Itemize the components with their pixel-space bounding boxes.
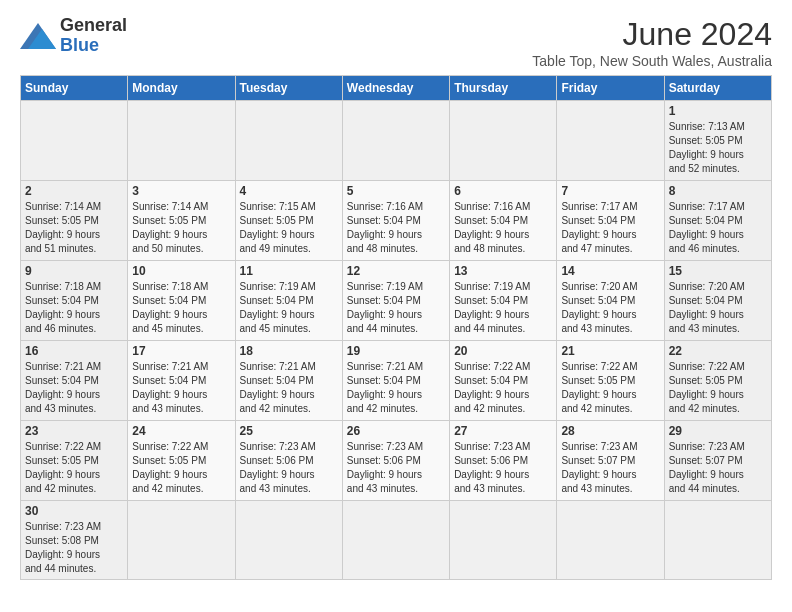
day-number: 6 (454, 184, 552, 198)
calendar-cell: 4Sunrise: 7:15 AM Sunset: 5:05 PM Daylig… (235, 181, 342, 261)
day-info: Sunrise: 7:21 AM Sunset: 5:04 PM Dayligh… (240, 360, 338, 416)
calendar-week-2: 2Sunrise: 7:14 AM Sunset: 5:05 PM Daylig… (21, 181, 772, 261)
day-info: Sunrise: 7:17 AM Sunset: 5:04 PM Dayligh… (561, 200, 659, 256)
day-info: Sunrise: 7:22 AM Sunset: 5:05 PM Dayligh… (132, 440, 230, 496)
calendar-week-6: 30Sunrise: 7:23 AM Sunset: 5:08 PM Dayli… (21, 501, 772, 580)
calendar-cell: 27Sunrise: 7:23 AM Sunset: 5:06 PM Dayli… (450, 421, 557, 501)
day-info: Sunrise: 7:23 AM Sunset: 5:06 PM Dayligh… (347, 440, 445, 496)
location-title: Table Top, New South Wales, Australia (532, 53, 772, 69)
column-header-friday: Friday (557, 76, 664, 101)
column-header-thursday: Thursday (450, 76, 557, 101)
header: GeneralBlue June 2024 Table Top, New Sou… (20, 16, 772, 69)
calendar-cell (450, 101, 557, 181)
calendar-cell: 5Sunrise: 7:16 AM Sunset: 5:04 PM Daylig… (342, 181, 449, 261)
calendar-cell: 20Sunrise: 7:22 AM Sunset: 5:04 PM Dayli… (450, 341, 557, 421)
column-header-sunday: Sunday (21, 76, 128, 101)
day-number: 18 (240, 344, 338, 358)
day-info: Sunrise: 7:21 AM Sunset: 5:04 PM Dayligh… (132, 360, 230, 416)
day-info: Sunrise: 7:23 AM Sunset: 5:07 PM Dayligh… (561, 440, 659, 496)
calendar-cell (557, 501, 664, 580)
day-number: 23 (25, 424, 123, 438)
day-info: Sunrise: 7:18 AM Sunset: 5:04 PM Dayligh… (25, 280, 123, 336)
day-number: 2 (25, 184, 123, 198)
calendar-cell (664, 501, 771, 580)
day-number: 17 (132, 344, 230, 358)
day-info: Sunrise: 7:16 AM Sunset: 5:04 PM Dayligh… (454, 200, 552, 256)
day-number: 3 (132, 184, 230, 198)
calendar-cell (235, 501, 342, 580)
calendar-week-3: 9Sunrise: 7:18 AM Sunset: 5:04 PM Daylig… (21, 261, 772, 341)
day-number: 25 (240, 424, 338, 438)
day-info: Sunrise: 7:19 AM Sunset: 5:04 PM Dayligh… (347, 280, 445, 336)
month-title: June 2024 (532, 16, 772, 53)
calendar-cell (557, 101, 664, 181)
logo-icon (20, 21, 56, 51)
day-info: Sunrise: 7:14 AM Sunset: 5:05 PM Dayligh… (25, 200, 123, 256)
day-number: 21 (561, 344, 659, 358)
day-info: Sunrise: 7:19 AM Sunset: 5:04 PM Dayligh… (240, 280, 338, 336)
calendar-week-4: 16Sunrise: 7:21 AM Sunset: 5:04 PM Dayli… (21, 341, 772, 421)
day-number: 11 (240, 264, 338, 278)
calendar-cell: 23Sunrise: 7:22 AM Sunset: 5:05 PM Dayli… (21, 421, 128, 501)
day-number: 28 (561, 424, 659, 438)
column-header-tuesday: Tuesday (235, 76, 342, 101)
day-number: 5 (347, 184, 445, 198)
calendar-cell: 12Sunrise: 7:19 AM Sunset: 5:04 PM Dayli… (342, 261, 449, 341)
calendar-cell: 6Sunrise: 7:16 AM Sunset: 5:04 PM Daylig… (450, 181, 557, 261)
calendar-cell: 29Sunrise: 7:23 AM Sunset: 5:07 PM Dayli… (664, 421, 771, 501)
calendar-cell: 10Sunrise: 7:18 AM Sunset: 5:04 PM Dayli… (128, 261, 235, 341)
calendar-table: SundayMondayTuesdayWednesdayThursdayFrid… (20, 75, 772, 580)
calendar-cell (235, 101, 342, 181)
day-number: 19 (347, 344, 445, 358)
day-info: Sunrise: 7:19 AM Sunset: 5:04 PM Dayligh… (454, 280, 552, 336)
day-info: Sunrise: 7:23 AM Sunset: 5:06 PM Dayligh… (454, 440, 552, 496)
calendar-cell: 11Sunrise: 7:19 AM Sunset: 5:04 PM Dayli… (235, 261, 342, 341)
day-number: 16 (25, 344, 123, 358)
calendar-cell (128, 501, 235, 580)
day-number: 9 (25, 264, 123, 278)
day-number: 24 (132, 424, 230, 438)
calendar-cell (128, 101, 235, 181)
day-number: 15 (669, 264, 767, 278)
day-number: 1 (669, 104, 767, 118)
day-number: 26 (347, 424, 445, 438)
logo-text: GeneralBlue (60, 16, 127, 56)
calendar-cell: 24Sunrise: 7:22 AM Sunset: 5:05 PM Dayli… (128, 421, 235, 501)
calendar-cell: 9Sunrise: 7:18 AM Sunset: 5:04 PM Daylig… (21, 261, 128, 341)
day-number: 7 (561, 184, 659, 198)
day-info: Sunrise: 7:15 AM Sunset: 5:05 PM Dayligh… (240, 200, 338, 256)
day-info: Sunrise: 7:13 AM Sunset: 5:05 PM Dayligh… (669, 120, 767, 176)
title-block: June 2024 Table Top, New South Wales, Au… (532, 16, 772, 69)
day-number: 8 (669, 184, 767, 198)
calendar-cell: 28Sunrise: 7:23 AM Sunset: 5:07 PM Dayli… (557, 421, 664, 501)
calendar-cell: 7Sunrise: 7:17 AM Sunset: 5:04 PM Daylig… (557, 181, 664, 261)
calendar-cell: 1Sunrise: 7:13 AM Sunset: 5:05 PM Daylig… (664, 101, 771, 181)
calendar-cell: 18Sunrise: 7:21 AM Sunset: 5:04 PM Dayli… (235, 341, 342, 421)
day-info: Sunrise: 7:20 AM Sunset: 5:04 PM Dayligh… (669, 280, 767, 336)
day-info: Sunrise: 7:21 AM Sunset: 5:04 PM Dayligh… (347, 360, 445, 416)
calendar-cell: 2Sunrise: 7:14 AM Sunset: 5:05 PM Daylig… (21, 181, 128, 261)
calendar-week-5: 23Sunrise: 7:22 AM Sunset: 5:05 PM Dayli… (21, 421, 772, 501)
calendar-cell: 13Sunrise: 7:19 AM Sunset: 5:04 PM Dayli… (450, 261, 557, 341)
calendar-cell: 14Sunrise: 7:20 AM Sunset: 5:04 PM Dayli… (557, 261, 664, 341)
day-info: Sunrise: 7:22 AM Sunset: 5:05 PM Dayligh… (561, 360, 659, 416)
calendar-cell: 16Sunrise: 7:21 AM Sunset: 5:04 PM Dayli… (21, 341, 128, 421)
day-number: 14 (561, 264, 659, 278)
calendar-cell (342, 501, 449, 580)
calendar-cell: 21Sunrise: 7:22 AM Sunset: 5:05 PM Dayli… (557, 341, 664, 421)
day-info: Sunrise: 7:18 AM Sunset: 5:04 PM Dayligh… (132, 280, 230, 336)
day-number: 20 (454, 344, 552, 358)
day-info: Sunrise: 7:22 AM Sunset: 5:05 PM Dayligh… (25, 440, 123, 496)
calendar-cell (21, 101, 128, 181)
day-number: 29 (669, 424, 767, 438)
column-header-saturday: Saturday (664, 76, 771, 101)
day-info: Sunrise: 7:22 AM Sunset: 5:04 PM Dayligh… (454, 360, 552, 416)
calendar-cell: 19Sunrise: 7:21 AM Sunset: 5:04 PM Dayli… (342, 341, 449, 421)
day-info: Sunrise: 7:20 AM Sunset: 5:04 PM Dayligh… (561, 280, 659, 336)
calendar-cell: 30Sunrise: 7:23 AM Sunset: 5:08 PM Dayli… (21, 501, 128, 580)
day-info: Sunrise: 7:23 AM Sunset: 5:07 PM Dayligh… (669, 440, 767, 496)
day-info: Sunrise: 7:23 AM Sunset: 5:06 PM Dayligh… (240, 440, 338, 496)
calendar-cell: 8Sunrise: 7:17 AM Sunset: 5:04 PM Daylig… (664, 181, 771, 261)
day-number: 12 (347, 264, 445, 278)
day-info: Sunrise: 7:17 AM Sunset: 5:04 PM Dayligh… (669, 200, 767, 256)
